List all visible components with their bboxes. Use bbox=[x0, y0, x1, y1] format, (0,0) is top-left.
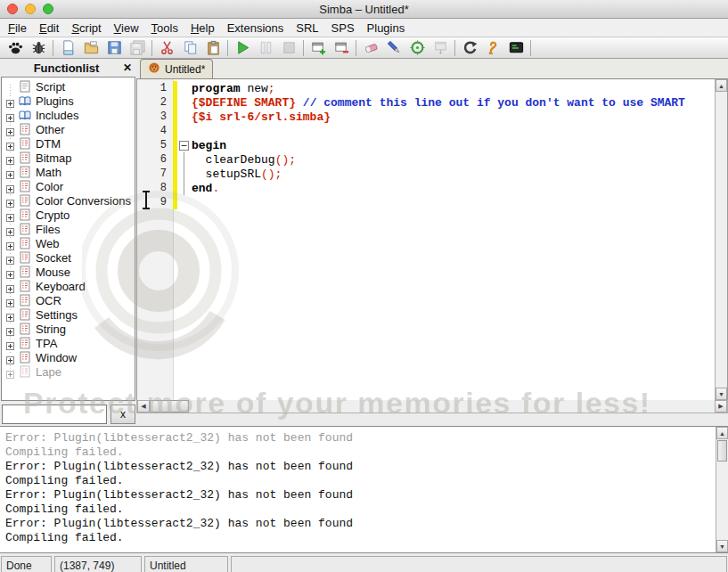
clear-search-button[interactable]: x bbox=[110, 404, 135, 424]
expand-plus-icon[interactable] bbox=[6, 140, 14, 148]
copy-button[interactable] bbox=[178, 38, 201, 58]
sidebar-item-crypto[interactable]: Crypto bbox=[2, 208, 135, 222]
menu-file[interactable]: File bbox=[2, 20, 33, 37]
sidebar-item-color-conversions[interactable]: Color Conversions bbox=[2, 193, 135, 208]
sidebar-item-socket[interactable]: Socket bbox=[2, 250, 135, 265]
expand-plus-icon[interactable] bbox=[6, 111, 14, 119]
editor-vertical-scrollbar[interactable]: ▲ ▼ bbox=[715, 79, 727, 400]
code-line-3[interactable]: 3{$i srl-6/srl.simba} bbox=[137, 110, 727, 124]
search-input[interactable] bbox=[2, 404, 107, 424]
sidebar-item-window[interactable]: Window bbox=[2, 350, 135, 364]
close-icon[interactable]: ✕ bbox=[119, 61, 136, 74]
expand-plus-icon[interactable] bbox=[6, 254, 14, 262]
code-line-9[interactable]: 9 bbox=[137, 195, 727, 209]
expand-plus-icon[interactable] bbox=[6, 354, 14, 362]
code-editor[interactable]: 1program new;2{$DEFINE SMART} // comment… bbox=[136, 79, 728, 400]
expand-plus-icon[interactable] bbox=[6, 268, 14, 276]
menu-script[interactable]: Script bbox=[65, 20, 107, 37]
tab-untitled[interactable]: Untitled* bbox=[140, 59, 213, 78]
expand-plus-icon[interactable] bbox=[6, 154, 14, 162]
scroll-right-arrow[interactable]: ▶ bbox=[715, 400, 727, 413]
menu-edit[interactable]: Edit bbox=[33, 20, 65, 37]
menu-srl[interactable]: SRL bbox=[290, 20, 324, 37]
expand-plus-icon[interactable] bbox=[6, 168, 14, 176]
clear-debug-button[interactable] bbox=[359, 38, 382, 58]
line-number: 5 bbox=[137, 139, 173, 151]
sidebar-item-includes[interactable]: Includes bbox=[2, 108, 135, 122]
expand-plus-icon[interactable] bbox=[6, 339, 14, 347]
debug-scroll-down-arrow[interactable]: ▼ bbox=[716, 540, 728, 552]
scroll-up-arrow[interactable]: ▲ bbox=[716, 79, 727, 92]
expand-plus-icon[interactable] bbox=[6, 183, 14, 191]
menu-sps[interactable]: SPS bbox=[325, 20, 361, 37]
sidebar-item-web[interactable]: Web bbox=[2, 236, 135, 250]
sidebar-item-settings[interactable]: Settings bbox=[2, 307, 135, 322]
list-icon bbox=[19, 337, 31, 349]
expand-plus-icon[interactable] bbox=[6, 240, 14, 248]
paw-button[interactable] bbox=[4, 38, 27, 58]
code-line-2[interactable]: 2{$DEFINE SMART} // comment this line ou… bbox=[137, 95, 727, 110]
sidebar-item-plugins[interactable]: Plugins bbox=[2, 94, 135, 108]
debug-vertical-scrollbar[interactable]: ▲ ▼ bbox=[716, 427, 728, 552]
horizontal-scroll-thumb[interactable] bbox=[150, 400, 189, 413]
sidebar-item-files[interactable]: Files bbox=[2, 222, 135, 236]
sidebar-item-tpa[interactable]: TPA bbox=[2, 336, 135, 350]
menu-extensions[interactable]: Extensions bbox=[221, 20, 290, 37]
debug-scroll-up-arrow[interactable]: ▲ bbox=[716, 427, 728, 439]
code-line-7[interactable]: 7 setupSRL(); bbox=[137, 167, 727, 181]
sidebar-item-label: Lape bbox=[36, 365, 61, 379]
sidebar-item-bitmap[interactable]: Bitmap bbox=[2, 151, 135, 165]
expand-plus-icon[interactable] bbox=[6, 197, 14, 205]
sidebar-item-math[interactable]: Math bbox=[2, 165, 135, 179]
paste-button[interactable] bbox=[201, 38, 225, 58]
expand-plus-icon[interactable] bbox=[6, 211, 14, 219]
code-line-8[interactable]: 8end. bbox=[137, 181, 727, 195]
sidebar-item-dtm[interactable]: DTM bbox=[2, 136, 135, 151]
sidebar-item-mouse[interactable]: Mouse bbox=[2, 265, 135, 279]
editor-horizontal-scrollbar[interactable]: ◀ ▶ bbox=[136, 400, 728, 413]
sidebar-item-string[interactable]: String bbox=[2, 322, 135, 336]
refresh-button[interactable] bbox=[458, 38, 481, 58]
scroll-left-arrow[interactable]: ◀ bbox=[137, 400, 150, 413]
code-line-5[interactable]: 5begin bbox=[137, 138, 727, 152]
expand-plus-icon[interactable] bbox=[6, 225, 14, 233]
debug-line: Compiling failed. bbox=[5, 445, 710, 460]
sidebar-item-color[interactable]: Color bbox=[2, 179, 135, 193]
expand-plus-icon[interactable] bbox=[6, 297, 14, 305]
expand-plus-icon[interactable] bbox=[6, 282, 14, 290]
list-icon bbox=[19, 308, 31, 321]
expand-plus-icon[interactable] bbox=[6, 311, 14, 319]
open-file-button[interactable] bbox=[79, 38, 102, 58]
bug-button[interactable] bbox=[27, 38, 50, 58]
debug-scroll-thumb[interactable] bbox=[717, 440, 727, 462]
scroll-down-arrow[interactable]: ▼ bbox=[716, 388, 727, 400]
menu-tools[interactable]: Tools bbox=[145, 20, 184, 37]
debug-line: Error: Plugin(libtesseract2_32) has not … bbox=[5, 488, 710, 503]
code-line-1[interactable]: 1program new; bbox=[137, 81, 727, 95]
close-tab-button[interactable] bbox=[330, 38, 353, 58]
expand-plus-icon[interactable] bbox=[6, 97, 14, 105]
sidebar-item-other[interactable]: Other bbox=[2, 122, 135, 136]
target-button[interactable] bbox=[405, 38, 429, 58]
sidebar-item-ocr[interactable]: OCR bbox=[2, 293, 135, 307]
code-line-6[interactable]: 6 clearDebug(); bbox=[137, 152, 727, 167]
run-button[interactable] bbox=[231, 38, 254, 58]
expand-plus-icon[interactable] bbox=[6, 126, 14, 134]
expand-plus-icon[interactable] bbox=[6, 325, 14, 333]
sidebar-item-keyboard[interactable]: Keyboard bbox=[2, 279, 135, 293]
save-file-button[interactable] bbox=[102, 38, 126, 58]
add-tab-button[interactable] bbox=[307, 38, 330, 58]
sidebar-item-script[interactable]: Script bbox=[2, 79, 135, 94]
sidebar-item-label: Bitmap bbox=[36, 151, 71, 165]
console-button[interactable] bbox=[504, 38, 528, 58]
menu-view[interactable]: View bbox=[108, 20, 145, 37]
cut-button[interactable] bbox=[155, 38, 178, 58]
debug-output-panel[interactable]: ▲ ▼ Error: Plugin(libtesseract2_32) has … bbox=[0, 426, 728, 553]
fold-marker-icon[interactable] bbox=[177, 138, 192, 152]
color-picker-button[interactable] bbox=[382, 38, 405, 58]
menu-help[interactable]: Help bbox=[184, 20, 221, 37]
new-file-button[interactable] bbox=[56, 38, 79, 58]
hook-button[interactable] bbox=[481, 38, 504, 58]
code-line-4[interactable]: 4 bbox=[137, 124, 727, 138]
menu-plugins[interactable]: Plugins bbox=[361, 20, 412, 37]
